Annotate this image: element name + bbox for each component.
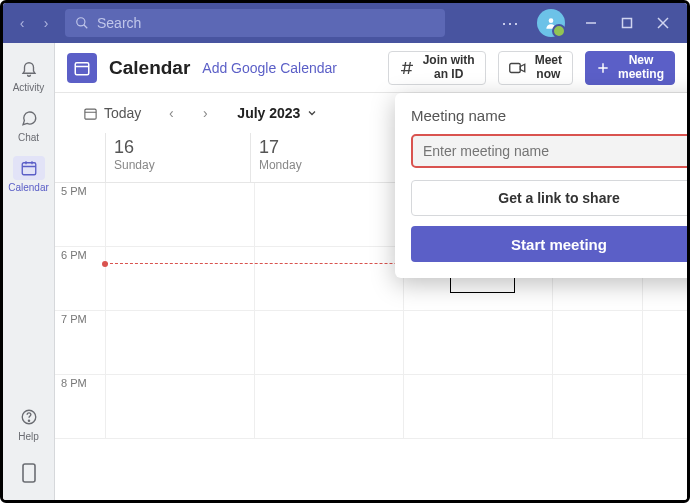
new-meeting-line1: New [629, 54, 654, 67]
meet-now-popup: Meeting name Get a link to share Start m… [395, 93, 690, 278]
svg-rect-20 [509, 63, 520, 72]
today-button[interactable]: Today [75, 101, 149, 125]
bell-icon [20, 59, 38, 77]
new-meeting-line2: meeting [618, 68, 664, 81]
hour-label: 5 PM [55, 183, 105, 246]
rail-item-activity[interactable]: Activity [3, 51, 55, 97]
svg-line-1 [84, 25, 88, 29]
rail-label: Chat [18, 132, 39, 143]
person-icon [544, 16, 558, 30]
search-icon [75, 16, 89, 30]
calendar-icon [20, 159, 38, 177]
rail-label: Help [18, 431, 39, 442]
hour-label: 6 PM [55, 247, 105, 310]
video-icon [509, 61, 527, 75]
close-icon [657, 17, 669, 29]
search-placeholder: Search [97, 15, 141, 31]
page-title: Calendar [109, 57, 190, 79]
svg-line-18 [403, 62, 405, 74]
rail-item-device[interactable] [3, 450, 55, 496]
svg-point-0 [77, 18, 85, 26]
day-header[interactable]: 17 Monday [250, 133, 395, 182]
history-forward-button[interactable]: › [35, 12, 57, 34]
device-icon [22, 463, 36, 483]
more-options-button[interactable]: ⋯ [493, 12, 529, 34]
today-label: Today [104, 105, 141, 121]
svg-line-19 [408, 62, 410, 74]
meet-now-button[interactable]: Meetnow [498, 51, 573, 85]
calendar-header: Calendar Add Google Calendar Join withan… [55, 43, 687, 93]
meet-now-line1: Meet [535, 54, 562, 67]
prev-period-button[interactable]: ‹ [159, 101, 183, 125]
month-label-text: July 2023 [237, 105, 300, 121]
svg-rect-13 [23, 464, 35, 482]
day-number: 17 [259, 137, 387, 158]
minimize-icon [585, 17, 597, 29]
history-back-button[interactable]: ‹ [11, 12, 33, 34]
new-meeting-button[interactable]: Newmeeting [585, 51, 675, 85]
chat-icon [20, 109, 38, 127]
window-minimize-button[interactable] [573, 3, 609, 43]
popup-title: Meeting name [411, 107, 506, 124]
join-with-id-button[interactable]: Join withan ID [388, 51, 486, 85]
avatar[interactable] [537, 9, 565, 37]
day-name: Monday [259, 158, 387, 172]
svg-rect-14 [75, 62, 89, 74]
get-link-button[interactable]: Get a link to share [411, 180, 690, 216]
next-period-button[interactable]: › [193, 101, 217, 125]
main-content: Calendar Add Google Calendar Join withan… [55, 43, 687, 500]
rail-label: Calendar [8, 182, 49, 193]
title-bar: ‹ › Search ⋯ [3, 3, 687, 43]
hour-label: 7 PM [55, 311, 105, 374]
search-input[interactable]: Search [65, 9, 445, 37]
window-close-button[interactable] [645, 3, 681, 43]
rail-label: Activity [13, 82, 45, 93]
window-maximize-button[interactable] [609, 3, 645, 43]
svg-rect-4 [623, 19, 632, 28]
hour-label: 8 PM [55, 375, 105, 438]
calendar-small-icon [83, 106, 98, 121]
meeting-name-input[interactable] [411, 134, 690, 168]
svg-rect-7 [22, 162, 36, 174]
chevron-down-icon [306, 107, 318, 119]
maximize-icon [621, 17, 633, 29]
svg-point-2 [549, 18, 554, 23]
start-meeting-button[interactable]: Start meeting [411, 226, 690, 262]
hash-icon [399, 60, 415, 76]
svg-rect-23 [85, 109, 96, 119]
month-picker[interactable]: July 2023 [237, 105, 318, 121]
day-header[interactable]: 16 Sunday [105, 133, 250, 182]
rail-item-chat[interactable]: Chat [3, 101, 55, 147]
add-google-calendar-link[interactable]: Add Google Calendar [202, 60, 337, 76]
svg-point-12 [28, 420, 29, 421]
day-number: 16 [114, 137, 242, 158]
rail-item-help[interactable]: Help [3, 400, 55, 446]
calendar-app-icon [67, 53, 97, 83]
day-name: Sunday [114, 158, 242, 172]
join-id-line1: Join with [423, 54, 475, 67]
calendar-glyph-icon [73, 59, 91, 77]
help-icon [20, 408, 38, 426]
join-id-line2: an ID [434, 68, 463, 81]
meet-now-line2: now [536, 68, 560, 81]
rail-item-calendar[interactable]: Calendar [3, 151, 55, 197]
plus-icon [596, 61, 610, 75]
app-rail: Activity Chat Calendar Help [3, 43, 55, 500]
